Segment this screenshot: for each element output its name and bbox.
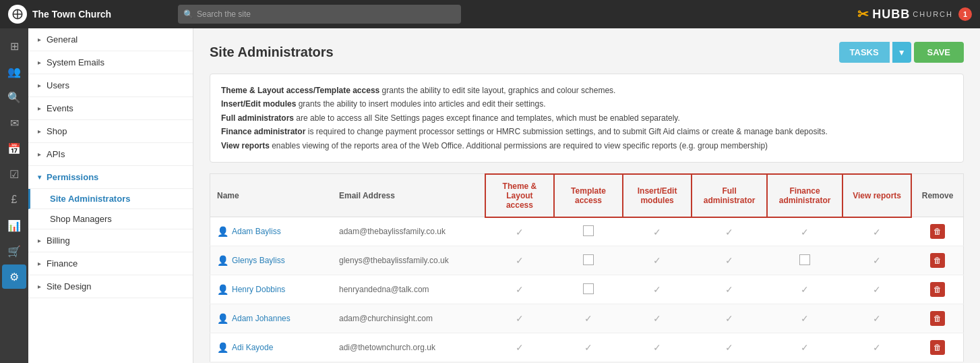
sidebar-item-users[interactable]: ▸ Users — [28, 74, 193, 97]
checkmark-icon[interactable]: ✓ — [873, 284, 881, 295]
checkbox-unchecked[interactable] — [583, 283, 594, 294]
sidebar-item-apis[interactable]: ▸ APIs — [28, 143, 193, 166]
checkmark-icon[interactable]: ✓ — [725, 313, 733, 324]
checkmark-icon[interactable]: ✓ — [801, 342, 809, 353]
search-input[interactable] — [178, 5, 461, 24]
col-header-view-reports[interactable]: View reports — [843, 174, 911, 217]
delete-user-button[interactable]: 🗑 — [930, 311, 945, 326]
user-finance-admin-cell[interactable]: ✓ — [767, 304, 843, 333]
delete-user-button[interactable]: 🗑 — [930, 253, 945, 268]
user-view-reports-cell[interactable]: ✓ — [843, 333, 911, 362]
delete-user-button[interactable]: 🗑 — [930, 224, 945, 239]
user-name-link[interactable]: Adi Kayode — [232, 343, 273, 352]
user-finance-admin-cell[interactable]: ✓ — [767, 217, 843, 246]
checkbox-unchecked[interactable] — [583, 254, 594, 265]
checkmark-icon[interactable]: ✓ — [801, 284, 809, 295]
sidebar-icon-search[interactable]: 🔍 — [2, 85, 26, 109]
user-name-link[interactable]: Henry Dobbins — [232, 285, 285, 294]
sidebar-item-site-design[interactable]: ▸ Site Design — [28, 275, 193, 298]
user-name-link[interactable]: Glenys Bayliss — [232, 256, 285, 265]
sidebar-item-shop[interactable]: ▸ Shop — [28, 120, 193, 143]
sidebar-icon-shop[interactable]: 🛒 — [2, 239, 26, 263]
sidebar-item-billing[interactable]: ▸ Billing — [28, 229, 193, 252]
checkmark-icon[interactable]: ✓ — [725, 342, 733, 353]
user-remove-cell[interactable]: 🗑 — [911, 246, 963, 275]
sidebar-icon-dashboard[interactable]: ⊞ — [2, 34, 26, 58]
user-theme-layout-cell[interactable]: ✓ — [485, 304, 554, 333]
user-view-reports-cell[interactable]: ✓ — [843, 304, 911, 333]
sidebar-icon-mail[interactable]: ✉ — [2, 111, 26, 135]
checkmark-icon[interactable]: ✓ — [725, 284, 733, 295]
user-template-cell[interactable] — [554, 275, 623, 304]
checkmark-icon[interactable]: ✓ — [653, 227, 661, 238]
checkmark-icon[interactable]: ✓ — [516, 255, 524, 266]
save-button[interactable]: SAVE — [914, 42, 964, 63]
user-full-admin-cell[interactable]: ✓ — [692, 275, 767, 304]
sidebar-item-events[interactable]: ▸ Events — [28, 97, 193, 120]
checkmark-icon[interactable]: ✓ — [516, 313, 524, 324]
user-template-cell[interactable] — [554, 217, 623, 246]
checkmark-icon[interactable]: ✓ — [725, 255, 733, 266]
sidebar-item-permissions[interactable]: ▾ Permissions — [28, 166, 193, 189]
checkmark-icon[interactable]: ✓ — [653, 342, 661, 353]
sidebar-icon-users[interactable]: 👥 — [2, 59, 26, 84]
user-insert-edit-cell[interactable]: ✓ — [623, 217, 692, 246]
delete-user-button[interactable]: 🗑 — [930, 282, 945, 297]
sidebar-item-system-emails[interactable]: ▸ System Emails — [28, 51, 193, 74]
checkmark-icon[interactable]: ✓ — [873, 313, 881, 324]
checkbox-unchecked[interactable] — [583, 225, 594, 236]
user-view-reports-cell[interactable]: ✓ — [843, 246, 911, 275]
user-insert-edit-cell[interactable]: ✓ — [623, 333, 692, 362]
user-view-reports-cell[interactable]: ✓ — [843, 275, 911, 304]
col-header-theme-layout[interactable]: Theme & Layout access — [485, 174, 554, 217]
user-full-admin-cell[interactable]: ✓ — [692, 217, 767, 246]
col-header-full-admin[interactable]: Full administrator — [692, 174, 767, 217]
sidebar-subitem-shop-managers[interactable]: Shop Managers — [28, 209, 193, 229]
checkmark-icon[interactable]: ✓ — [584, 342, 592, 353]
user-name-link[interactable]: Adam Johannes — [232, 314, 290, 323]
user-insert-edit-cell[interactable]: ✓ — [623, 304, 692, 333]
sidebar-item-finance[interactable]: ▸ Finance — [28, 252, 193, 275]
user-remove-cell[interactable]: 🗑 — [911, 304, 963, 333]
user-finance-admin-cell[interactable]: ✓ — [767, 333, 843, 362]
checkmark-icon[interactable]: ✓ — [653, 313, 661, 324]
checkmark-icon[interactable]: ✓ — [516, 227, 524, 238]
tasks-dropdown-button[interactable]: ▼ — [892, 42, 911, 63]
user-remove-cell[interactable]: 🗑 — [911, 333, 963, 362]
checkmark-icon[interactable]: ✓ — [873, 255, 881, 266]
delete-user-button[interactable]: 🗑 — [930, 340, 945, 355]
sidebar-icon-tasks[interactable]: ☑ — [2, 162, 26, 186]
user-theme-layout-cell[interactable]: ✓ — [485, 333, 554, 362]
user-full-admin-cell[interactable]: ✓ — [692, 333, 767, 362]
checkmark-icon[interactable]: ✓ — [653, 255, 661, 266]
checkmark-icon[interactable]: ✓ — [725, 227, 733, 238]
checkmark-icon[interactable]: ✓ — [584, 313, 592, 324]
checkbox-unchecked[interactable] — [799, 254, 810, 265]
tasks-button[interactable]: TASKS — [839, 42, 890, 63]
sidebar-icon-calendar[interactable]: 📅 — [2, 136, 26, 161]
checkmark-icon[interactable]: ✓ — [873, 227, 881, 238]
user-name-link[interactable]: Adam Bayliss — [232, 227, 281, 236]
user-full-admin-cell[interactable]: ✓ — [692, 304, 767, 333]
user-theme-layout-cell[interactable]: ✓ — [485, 217, 554, 246]
user-theme-layout-cell[interactable]: ✓ — [485, 246, 554, 275]
sidebar-icon-settings[interactable]: ⚙ — [2, 264, 26, 289]
user-insert-edit-cell[interactable]: ✓ — [623, 275, 692, 304]
checkmark-icon[interactable]: ✓ — [516, 342, 524, 353]
checkmark-icon[interactable]: ✓ — [516, 284, 524, 295]
notification-badge[interactable]: 1 — [958, 7, 972, 21]
checkmark-icon[interactable]: ✓ — [653, 284, 661, 295]
user-template-cell[interactable]: ✓ — [554, 304, 623, 333]
user-view-reports-cell[interactable]: ✓ — [843, 217, 911, 246]
user-remove-cell[interactable]: 🗑 — [911, 217, 963, 246]
user-theme-layout-cell[interactable]: ✓ — [485, 275, 554, 304]
sidebar-item-general[interactable]: ▸ General — [28, 28, 193, 51]
col-header-insert-edit[interactable]: Insert/Edit modules — [623, 174, 692, 217]
user-remove-cell[interactable]: 🗑 — [911, 275, 963, 304]
user-finance-admin-cell[interactable]: ✓ — [767, 275, 843, 304]
sidebar-subitem-site-administrators[interactable]: Site Administrators — [28, 189, 193, 209]
sidebar-icon-finance[interactable]: £ — [2, 188, 26, 212]
sidebar-icon-reports[interactable]: 📊 — [2, 213, 26, 238]
user-insert-edit-cell[interactable]: ✓ — [623, 246, 692, 275]
checkmark-icon[interactable]: ✓ — [873, 342, 881, 353]
